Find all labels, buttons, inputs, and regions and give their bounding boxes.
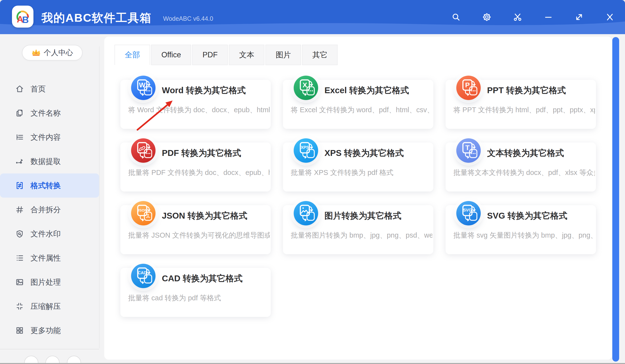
card-image-convert[interactable]: 图片转换为其它格式 批量将图片转换为 bmp、jpg、png、psd、we <box>283 205 433 254</box>
card-title: SVG 转换为其它格式 <box>487 210 567 222</box>
tab-label: 其它 <box>312 50 327 60</box>
card-svg-convert[interactable]: SVG SVG 转换为其它格式 批量将 svg 矢量图片转换为 bmp、jpg、… <box>445 205 596 254</box>
tab-other[interactable]: 其它 <box>302 45 338 65</box>
sidebar-bottom-divider <box>0 349 99 349</box>
tools-grid: W Word 转换为其它格式 将 Word 文件转换为 doc、docx、epu… <box>120 80 596 317</box>
sidebar-bottom-button-1[interactable] <box>24 356 38 364</box>
maximize-button[interactable] <box>573 11 585 23</box>
home-icon <box>15 84 24 93</box>
svg-text:T: T <box>465 144 469 151</box>
tab-pdf[interactable]: PDF <box>192 45 228 65</box>
merge-split-icon <box>15 205 24 214</box>
personal-center-button[interactable]: 个人中心 <box>22 45 83 60</box>
format-convert-icon <box>15 181 24 190</box>
data-extract-icon <box>15 157 24 166</box>
svg-text:CAD: CAD <box>138 271 147 275</box>
word-convert-icon: W <box>131 76 156 100</box>
category-tabs: 全部 Office PDF 文本 图片 其它 <box>115 45 338 65</box>
minimize-icon <box>543 12 553 22</box>
tab-label: Office <box>161 51 181 59</box>
card-pdf-convert[interactable]: PDF 转换为其它格式 批量将 PDF 文件转换为 doc、docx、epub、… <box>120 142 271 192</box>
excel-convert-icon: X <box>294 76 318 100</box>
sidebar-item-merge-split[interactable]: 合并拆分 <box>0 198 99 222</box>
sidebar-item-file-content[interactable]: 文件内容 <box>0 125 99 149</box>
card-title: CAD 转换为其它格式 <box>162 273 243 284</box>
crown-icon <box>31 49 41 56</box>
settings-button[interactable] <box>481 11 493 23</box>
cad-convert-icon: CAD <box>131 264 156 288</box>
pdf-glyph <box>139 147 145 151</box>
app-version: WodeABC v6.44.0 <box>163 15 213 22</box>
xps-convert-icon: XPS <box>294 138 318 163</box>
sidebar-item-format-convert[interactable]: 格式转换 <box>0 173 99 198</box>
svg-text:JSON: JSON <box>137 208 147 212</box>
more-features-icon <box>15 326 24 335</box>
sidebar-bottom-button-2[interactable] <box>45 356 60 364</box>
sidebar-item-compress[interactable]: 压缩解压 <box>0 294 99 318</box>
svg-text:SVG: SVG <box>463 208 472 213</box>
file-content-icon <box>15 133 24 142</box>
tab-text[interactable]: 文本 <box>229 45 264 65</box>
card-desc: 批量将 cad 转换为 pdf 等格式 <box>128 293 270 303</box>
sidebar-item-file-props[interactable]: 文件属性 <box>0 246 99 270</box>
card-desc: 批量将 XPS 文件转换为 pdf 格式 <box>291 168 432 178</box>
search-icon <box>451 12 461 22</box>
card-text-convert[interactable]: T 文本转换为其它格式 批量将文本文件转换为 docx、pdf、xlsx 等众多 <box>445 142 596 192</box>
app-logo: A B <box>12 6 33 28</box>
sidebar-bottom-button-3[interactable] <box>67 356 81 364</box>
sidebar-item-label: 文件属性 <box>31 253 61 263</box>
card-title: 图片转换为其它格式 <box>324 210 401 222</box>
sidebar-item-watermark[interactable]: 文件水印 <box>0 222 99 246</box>
pdf-convert-icon <box>131 138 156 163</box>
sidebar-item-label: 更多功能 <box>31 325 61 336</box>
text-convert-icon: T <box>456 138 481 163</box>
card-excel-convert[interactable]: X Excel 转换为其它格式 将 Excel 文件转换为 word、pdf、h… <box>283 80 433 129</box>
ppt-convert-icon: P <box>456 76 481 100</box>
tab-label: 文本 <box>239 50 254 60</box>
search-button[interactable] <box>450 11 462 23</box>
sidebar-item-more-features[interactable]: 更多功能 <box>0 318 99 342</box>
sidebar-item-home[interactable]: 首页 <box>0 77 99 101</box>
tab-all[interactable]: 全部 <box>115 45 150 65</box>
tab-label: PDF <box>202 51 218 59</box>
tab-label: 全部 <box>125 50 140 60</box>
svg-text:B: B <box>22 15 29 25</box>
tab-office[interactable]: Office <box>151 45 191 65</box>
file-name-icon <box>15 109 24 118</box>
image-process-icon <box>15 278 24 287</box>
cut-button[interactable] <box>512 11 523 23</box>
tab-image[interactable]: 图片 <box>265 45 301 65</box>
card-desc: 批量将图片转换为 bmp、jpg、png、psd、we <box>291 230 432 240</box>
sidebar-nav: 首页 文件名称 文件内容 数据提取 格式转换 合并拆分 文件水印 文件属性 <box>0 77 99 342</box>
sidebar-item-label: 文件内容 <box>31 132 61 142</box>
app-window: A B 我的ABC软件工具箱 WodeABC v6.44.0 <box>0 0 625 364</box>
card-word-convert[interactable]: W Word 转换为其它格式 将 Word 文件转换为 doc、docx、epu… <box>120 80 271 129</box>
card-desc: 批量将 svg 矢量图片转换为 bmp、jpg、png、 <box>453 230 595 240</box>
card-cad-convert[interactable]: CAD CAD 转换为其它格式 批量将 cad 转换为 pdf 等格式 <box>120 268 271 317</box>
compress-icon <box>15 302 24 311</box>
card-title: JSON 转换为其它格式 <box>162 210 247 222</box>
card-title: Word 转换为其它格式 <box>162 85 246 96</box>
json-convert-icon: JSON <box>131 201 156 225</box>
sidebar-item-label: 格式转换 <box>31 181 61 191</box>
sidebar-item-label: 文件水印 <box>31 229 61 239</box>
sidebar-item-label: 文件名称 <box>31 108 61 118</box>
sidebar-item-data-extract[interactable]: 数据提取 <box>0 149 99 173</box>
card-title: PPT 转换为其它格式 <box>487 85 566 96</box>
svg-convert-icon: SVG <box>456 201 481 225</box>
svg-text:XPS: XPS <box>301 145 309 150</box>
title-bar: A B 我的ABC软件工具箱 WodeABC v6.44.0 <box>0 0 625 34</box>
sidebar-item-image-process[interactable]: 图片处理 <box>0 270 99 294</box>
card-title: PDF 转换为其它格式 <box>162 147 241 159</box>
settings-gear-icon <box>482 12 492 22</box>
close-button[interactable] <box>604 11 616 23</box>
card-ppt-convert[interactable]: P PPT 转换为其它格式 将 PPT 文件转换为 html、pdf、ppt、p… <box>445 80 596 129</box>
card-json-convert[interactable]: JSON JSON 转换为其它格式 批量将 JSON 文件转换为可视化的思维导图… <box>120 205 271 254</box>
sidebar-item-label: 图片处理 <box>31 277 61 287</box>
minimize-button[interactable] <box>542 11 554 23</box>
vertical-scrollbar-thumb[interactable] <box>612 37 619 362</box>
sidebar-item-label: 压缩解压 <box>31 301 61 311</box>
tab-label: 图片 <box>276 50 291 60</box>
sidebar-item-file-name[interactable]: 文件名称 <box>0 101 99 125</box>
card-xps-convert[interactable]: XPS XPS 转换为其它格式 批量将 XPS 文件转换为 pdf 格式 <box>283 142 433 192</box>
